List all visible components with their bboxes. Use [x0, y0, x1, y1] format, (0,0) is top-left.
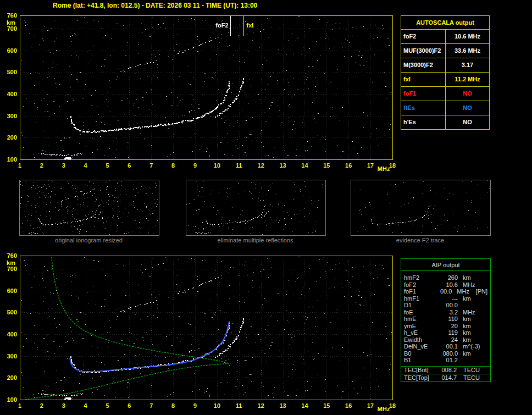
aip-row-b1: B101.2 — [401, 357, 490, 364]
aip-row-yme: ymE20km — [401, 323, 490, 330]
aip-tec-rows: TEC[Bot]008.2TECUTEC[Top]014.7TECU — [401, 366, 490, 381]
aip-param-unit: km — [463, 274, 481, 281]
param-value: 33.6 MHz — [446, 44, 489, 58]
param-label: MUF(3000)F2 — [401, 44, 446, 58]
aip-param-unit: km — [463, 316, 481, 323]
aip-row-deln-ve: DelN_vE00.1m^(-3) — [401, 343, 490, 350]
autoscala-table-rows: foF210.6 MHzMUF(3000)F233.6 MHzM(3000)F2… — [401, 29, 489, 129]
aip-row-tec-top: TEC[Top]014.7TECU — [401, 374, 490, 381]
aip-row-tec-bot: TEC[Bot]008.2TECU — [401, 366, 490, 374]
aip-param-value: 00.0 — [433, 288, 452, 295]
station-date-time-title: Rome (lat: +41.8, lon: 012.5) - DATE: 20… — [53, 2, 257, 9]
aip-param-unit: TECU — [463, 367, 480, 374]
aip-param-value: 119 — [436, 329, 458, 336]
aip-row-fof1: foF100.0MHz[PN] — [401, 288, 490, 295]
aip-param-value: 080.0 — [436, 350, 458, 357]
aip-param-label: D1 — [404, 302, 436, 309]
aip-param-unit: km — [463, 350, 481, 357]
aip-row-hme: hmE110km — [401, 316, 490, 323]
autoscala-row-fof2: foF210.6 MHz — [401, 29, 489, 43]
param-label: h'Es — [401, 115, 446, 129]
param-label: fxI — [401, 73, 446, 86]
aip-param-value: 01.2 — [436, 357, 458, 364]
aip-param-unit: MHz — [463, 309, 481, 316]
aip-param-label: TEC[Top] — [404, 374, 435, 381]
aip-param-value: 260 — [436, 274, 458, 281]
aip-param-unit: km — [463, 329, 481, 336]
aip-param-label: B0 — [404, 350, 436, 357]
param-value: 3.17 — [446, 58, 489, 72]
aip-param-label: TEC[Bot] — [404, 367, 435, 374]
aip-param-value: 00.1 — [436, 343, 458, 350]
aip-param-value: 3.2 — [436, 309, 458, 316]
aip-param-value: 014.7 — [435, 374, 457, 381]
aip-param-extra: [PN] — [476, 288, 487, 295]
aip-param-unit: km — [463, 323, 481, 330]
thumbnail-original-ionogram — [19, 180, 159, 236]
ionogram-bottom-plot — [0, 249, 399, 415]
thumbnail-eliminate-multiple-reflections — [186, 180, 326, 236]
aip-row-fof2: foF210.6MHz — [401, 281, 490, 289]
aip-param-unit: m^(-3) — [463, 343, 481, 350]
aip-param-label: foF1 — [404, 288, 433, 295]
autoscala-output-table: AUTOSCALA output foF210.6 MHzMUF(3000)F2… — [401, 15, 490, 130]
aip-param-unit — [463, 302, 481, 309]
autoscala-row-h-es: h'EsNO — [401, 115, 489, 129]
aip-param-value: 110 — [436, 316, 458, 323]
thumbnail-caption-reflections: eliminate multiple reflections — [186, 237, 325, 244]
aip-row-foe: foE3.2MHz — [401, 309, 490, 316]
param-label: ftEs — [401, 101, 446, 115]
aip-param-label: foF2 — [404, 281, 436, 289]
autoscala-row-m-3000-f2: M(3000)F23.17 — [401, 58, 489, 72]
aip-row-hmf2: hmF2260km — [401, 274, 490, 281]
aip-output-panel: AIP output hmF2260kmfoF210.6MHzfoF100.0M… — [401, 258, 491, 382]
aip-param-label: h_vE — [404, 329, 436, 336]
aip-param-value: 008.2 — [435, 367, 457, 374]
aip-param-unit: km — [463, 336, 481, 344]
aip-param-value: --- — [436, 295, 458, 302]
autoscala-row-fof1: foF1NO — [401, 86, 489, 101]
param-value: NO — [446, 87, 489, 101]
aip-row-b0: B0080.0km — [401, 350, 490, 357]
param-value: NO — [446, 115, 489, 129]
aip-param-unit: MHz — [457, 288, 473, 295]
autoscala-row-fxi: fxI11.2 MHz — [401, 72, 489, 86]
autoscala-row-ftes: ftEsNO — [401, 101, 489, 115]
aip-param-value: 20 — [436, 323, 458, 330]
thumbnail-evidence-f2-trace — [351, 180, 491, 236]
aip-param-value: 00.0 — [436, 302, 458, 309]
aip-row-d1: D100.0 — [401, 302, 490, 309]
param-value: 10.6 MHz — [446, 30, 489, 43]
aip-param-unit: MHz — [463, 281, 481, 289]
aip-param-label: ymE — [404, 323, 436, 330]
aip-param-unit — [463, 357, 481, 364]
aip-param-label: DelN_vE — [404, 343, 436, 350]
aip-parameter-rows: hmF2260kmfoF210.6MHzfoF100.0MHz[PN]hmF1-… — [401, 271, 490, 366]
aip-param-unit: km — [463, 295, 481, 302]
aip-param-value: 10.6 — [436, 281, 458, 289]
aip-row-h-ve: h_vE119km — [401, 329, 490, 336]
aip-row-ewidth: Ewidth24km — [401, 336, 490, 344]
aip-param-value: 24 — [436, 336, 458, 344]
aip-param-label: foE — [404, 309, 436, 316]
autoscala-table-title: AUTOSCALA output — [401, 16, 489, 29]
param-label: foF1 — [401, 87, 446, 101]
ionogram-top-plot — [0, 9, 399, 175]
param-value: 11.2 MHz — [446, 73, 489, 86]
autoscala-row-muf-3000-f2: MUF(3000)F233.6 MHz — [401, 43, 489, 58]
aip-panel-title: AIP output — [401, 259, 490, 271]
aip-param-label: hmF2 — [404, 274, 436, 281]
thumbnail-caption-original: original ionogram resized — [19, 237, 158, 244]
aip-row-hmf1: hmF1---km — [401, 295, 490, 302]
param-value: NO — [446, 101, 489, 115]
thumbnail-caption-f2-trace: evidence F2 trace — [351, 237, 490, 244]
aip-param-label: B1 — [404, 357, 436, 364]
aip-param-label: hmF1 — [404, 295, 436, 302]
aip-param-label: hmE — [404, 316, 436, 323]
aip-param-unit: TECU — [463, 374, 480, 381]
param-label: M(3000)F2 — [401, 58, 446, 72]
param-label: foF2 — [401, 30, 446, 43]
aip-param-label: Ewidth — [404, 336, 436, 344]
